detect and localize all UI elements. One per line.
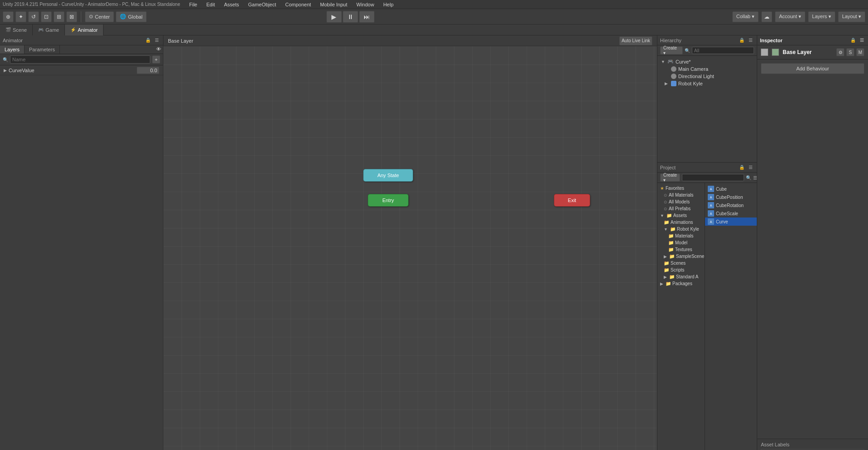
animator-search-input[interactable] (10, 55, 150, 64)
scenes-folder-icon: 📁 (664, 261, 669, 266)
animator-canvas-body[interactable]: Any State Entry Exit Animations/Curve.co… (163, 46, 657, 450)
layer-settings-icon[interactable]: ⚙ (836, 48, 844, 56)
inspector-lock-icon[interactable]: 🔒 (849, 37, 857, 44)
favorites-item[interactable]: ★ Favorites (657, 185, 705, 192)
layer-color-picker[interactable] (761, 49, 768, 56)
layers-dropdown[interactable]: Layers ▾ (808, 11, 835, 22)
project-lock-icon[interactable]: 🔒 (738, 164, 745, 171)
play-controls: ▶ ⏸ ⏭ (326, 11, 375, 23)
inspector-layer-name: Base Layer (783, 49, 833, 55)
cube-file-icon: A (708, 186, 714, 192)
tab-game[interactable]: 🎮 Game (33, 25, 65, 35)
cloud-button[interactable]: ☁ (761, 11, 772, 22)
textures-folder[interactable]: 📁 Textures (657, 246, 705, 253)
state-any-state[interactable]: Any State (363, 169, 413, 182)
file-curve[interactable]: A Curve (705, 218, 757, 226)
file-cubeposition[interactable]: A CubePosition (705, 193, 757, 201)
file-cubescale[interactable]: A CubeScale (705, 209, 757, 218)
tab-animator[interactable]: ⚡ Animator (65, 25, 104, 35)
pause-button[interactable]: ⏸ (343, 11, 358, 23)
project-create-button[interactable]: Create ▾ (660, 173, 680, 182)
add-param-button[interactable]: + (152, 55, 160, 64)
layer-color2[interactable] (772, 49, 779, 56)
all-prefabs-item[interactable]: ⊙ All Prefabs (657, 205, 705, 212)
layers-tab[interactable]: Layers (0, 45, 25, 54)
tool-rotate[interactable]: ↺ (28, 11, 39, 22)
menu-component[interactable]: Component (283, 1, 313, 8)
collab-dropdown[interactable]: Collab ▾ (732, 11, 759, 22)
robot-kyle-folder[interactable]: ▼ 📁 Robot Kyle (657, 226, 705, 232)
scene-icon: 🎮 (667, 59, 674, 64)
params-tab[interactable]: Parameters (25, 45, 60, 54)
assets-item[interactable]: ▼ 📁 Assets (657, 212, 705, 219)
all-models-label: All Models (669, 199, 690, 204)
game-tab-icon: 🎮 (38, 27, 44, 32)
auto-live-link-button[interactable]: Auto Live Link (619, 36, 652, 45)
file-cuberotation[interactable]: A CubeRotation (705, 201, 757, 209)
all-materials-item[interactable]: ⊙ All Materials (657, 192, 705, 198)
account-label: Account ▾ (779, 14, 801, 20)
animations-folder[interactable]: 📁 Animations (657, 219, 705, 226)
eye-toggle[interactable]: 👁 (154, 45, 163, 54)
menu-mobile-input[interactable]: Mobile Input (318, 1, 349, 8)
standard-folder-icon: 📁 (669, 274, 675, 279)
menu-window[interactable]: Window (355, 1, 376, 8)
param-curvevalue: ▶ CurveValue (0, 65, 163, 75)
hierarchy-menu-icon[interactable]: ☰ (747, 37, 754, 44)
tool-move[interactable]: ✦ (15, 11, 26, 22)
animator-canvas: Base Layer Auto Live Link Any State Entr… (163, 35, 657, 450)
project-search-btn[interactable]: 🔍 (746, 174, 751, 181)
materials-folder[interactable]: 📁 Materials (657, 232, 705, 239)
hierarchy-search-input[interactable] (692, 47, 754, 54)
file-cube[interactable]: A Cube (705, 185, 757, 193)
scene-name-label: Curve* (676, 59, 691, 64)
all-models-item[interactable]: ⊙ All Models (657, 198, 705, 205)
layout-dropdown[interactable]: Layout ▾ (838, 11, 865, 22)
menu-file[interactable]: File (187, 1, 199, 8)
tool-rect[interactable]: ⊞ (54, 11, 64, 22)
tool-hand[interactable]: ⊕ (3, 11, 14, 22)
cuberotation-file-icon: A (708, 202, 714, 208)
hierarchy-create-button[interactable]: Create ▾ (660, 46, 683, 54)
project-menu-icon[interactable]: ☰ (747, 164, 754, 171)
robot-folder-icon: 📁 (670, 227, 676, 232)
hierarchy-lock-icon[interactable]: 🔒 (738, 37, 745, 44)
scenes-folder[interactable]: 📁 Scenes (657, 260, 705, 267)
menu-assets[interactable]: Assets (222, 1, 241, 8)
hierarchy-dir-light[interactable]: Directional Light (657, 73, 757, 80)
step-button[interactable]: ⏭ (359, 11, 375, 23)
layer-mute-icon[interactable]: M (856, 48, 864, 56)
hierarchy-header: Hierarchy 🔒 ☰ (657, 35, 757, 45)
tool-transform[interactable]: ⊠ (66, 11, 77, 22)
standard-a-folder[interactable]: ▶ 📁 Standard A (657, 273, 705, 280)
play-button[interactable]: ▶ (326, 11, 342, 23)
account-dropdown[interactable]: Account ▾ (775, 11, 805, 22)
animator-lock-icon[interactable]: 🔒 (144, 37, 152, 44)
animator-menu-icon[interactable]: ☰ (153, 37, 160, 44)
menu-edit[interactable]: Edit (204, 1, 217, 8)
layer-solo-icon[interactable]: S (846, 48, 854, 56)
pivot-center-dropdown[interactable]: ⊙ Center (85, 11, 114, 22)
cuberotation-file-label: CubeRotation (716, 203, 744, 208)
inspector-menu-icon[interactable]: ☰ (858, 37, 865, 44)
menu-help[interactable]: Help (381, 1, 395, 8)
tab-scene-label: Scene (13, 27, 27, 33)
state-exit[interactable]: Exit (554, 194, 590, 207)
scripts-folder[interactable]: 📁 Scripts (657, 267, 705, 273)
hierarchy-main-camera[interactable]: Main Camera (657, 65, 757, 73)
samplescene-folder[interactable]: ▶ 📁 SampleScene (657, 253, 705, 260)
packages-folder[interactable]: ▶ 📁 Packages (657, 280, 705, 287)
hierarchy-robot-kyle[interactable]: ▶ Robot Kyle (657, 80, 757, 87)
pivot-global-dropdown[interactable]: 🌐 Global (116, 11, 147, 22)
camera-label: Main Camera (678, 66, 708, 72)
model-folder[interactable]: 📁 Model (657, 239, 705, 246)
tab-scene[interactable]: 🎬 Scene (0, 25, 33, 35)
add-behaviour-button[interactable]: Add Behaviour (761, 63, 864, 74)
menu-gameobject[interactable]: GameObject (246, 1, 278, 8)
state-entry[interactable]: Entry (368, 194, 409, 207)
param-value-input[interactable] (137, 67, 159, 74)
animator-tab-icon: ⚡ (70, 27, 76, 32)
project-search-input[interactable] (682, 174, 744, 181)
tool-scale[interactable]: ⊡ (41, 11, 52, 22)
scene-root[interactable]: ▼ 🎮 Curve* (657, 58, 757, 65)
